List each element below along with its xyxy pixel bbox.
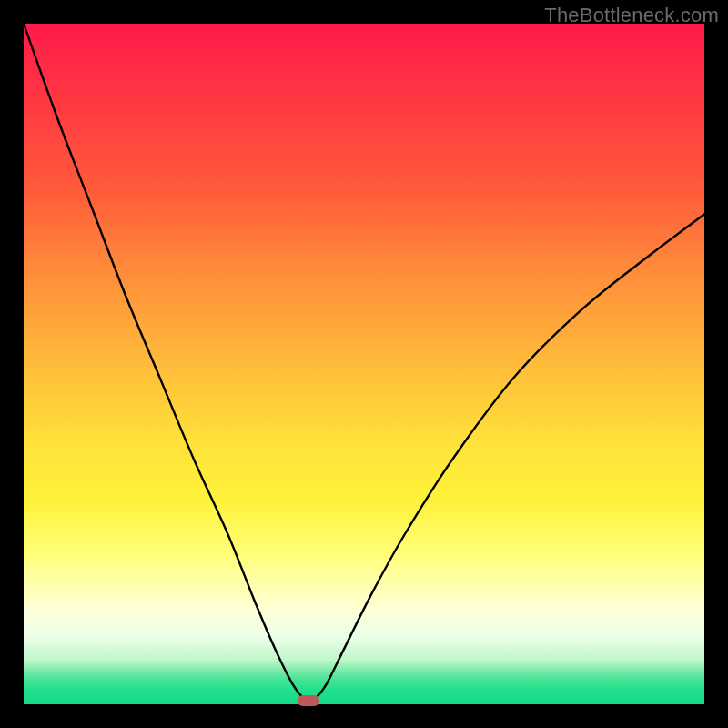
bottleneck-curve (24, 24, 704, 704)
chart-frame: TheBottleneck.com (0, 0, 728, 728)
optimal-point-marker (298, 695, 319, 706)
plot-area (24, 24, 704, 704)
